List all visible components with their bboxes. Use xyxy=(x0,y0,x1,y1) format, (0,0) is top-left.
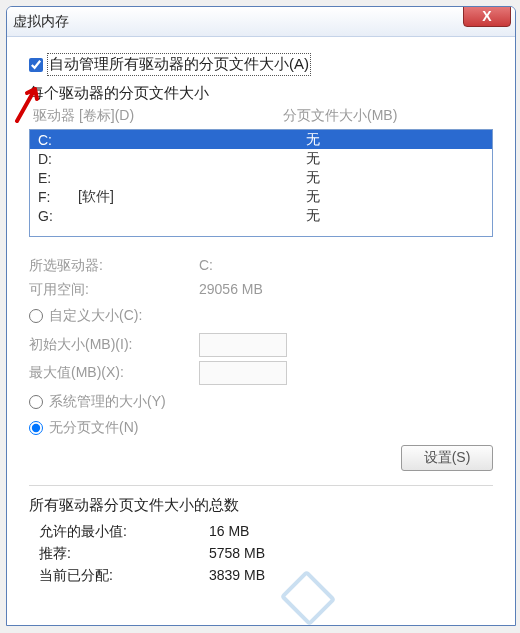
drive-pagefile: 无 xyxy=(306,131,484,149)
totals-title: 所有驱动器分页文件大小的总数 xyxy=(29,496,493,515)
max-size-label: 最大值(MB)(X): xyxy=(29,364,199,382)
list-item[interactable]: F: [软件] 无 xyxy=(30,187,492,206)
list-item[interactable]: D: 无 xyxy=(30,149,492,168)
current-alloc-value: 3839 MB xyxy=(209,567,265,585)
initial-size-row: 初始大小(MB)(I): xyxy=(29,333,493,357)
content-area: 自动管理所有驱动器的分页文件大小(A) 每个驱动器的分页文件大小 驱动器 [卷标… xyxy=(7,37,515,607)
free-space-value: 29056 MB xyxy=(199,281,263,299)
current-alloc-label: 当前已分配: xyxy=(39,567,209,585)
no-pagefile-row: 无分页文件(N) xyxy=(29,419,493,437)
system-managed-row: 系统管理的大小(Y) xyxy=(29,393,493,411)
recommended-row: 推荐: 5758 MB xyxy=(39,545,493,563)
set-button[interactable]: 设置(S) xyxy=(401,445,493,471)
selected-drive-value: C: xyxy=(199,257,213,275)
close-icon: X xyxy=(482,8,491,24)
drive-pagefile: 无 xyxy=(306,188,484,206)
max-size-input[interactable] xyxy=(199,361,287,385)
drive-letter: E: xyxy=(38,170,78,186)
auto-manage-row: 自动管理所有驱动器的分页文件大小(A) xyxy=(29,55,493,74)
drive-listbox[interactable]: C: 无 D: 无 E: 无 F: [软件] 无 G: xyxy=(29,129,493,237)
list-item[interactable]: G: 无 xyxy=(30,206,492,225)
drive-list-header: 驱动器 [卷标](D) 分页文件大小(MB) xyxy=(29,107,493,129)
titlebar: 虚拟内存 X xyxy=(7,7,515,37)
selected-drive-label: 所选驱动器: xyxy=(29,257,199,275)
drive-letter: G: xyxy=(38,208,78,224)
col-page: 分页文件大小(MB) xyxy=(283,107,397,125)
initial-size-label: 初始大小(MB)(I): xyxy=(29,336,199,354)
recommended-label: 推荐: xyxy=(39,545,209,563)
drive-letter: F: xyxy=(38,189,78,205)
auto-manage-label[interactable]: 自动管理所有驱动器的分页文件大小(A) xyxy=(49,55,309,74)
no-pagefile-radio[interactable] xyxy=(29,421,43,435)
drive-pagefile: 无 xyxy=(306,169,484,187)
min-allowed-value: 16 MB xyxy=(209,523,249,541)
auto-manage-checkbox[interactable] xyxy=(29,58,43,72)
free-space-row: 可用空间: 29056 MB xyxy=(29,281,493,299)
system-managed-label: 系统管理的大小(Y) xyxy=(49,393,166,411)
per-drive-title: 每个驱动器的分页文件大小 xyxy=(29,84,493,103)
min-allowed-row: 允许的最小值: 16 MB xyxy=(39,523,493,541)
selected-drive-row: 所选驱动器: C: xyxy=(29,257,493,275)
free-space-label: 可用空间: xyxy=(29,281,199,299)
custom-size-radio[interactable] xyxy=(29,309,43,323)
list-item[interactable]: E: 无 xyxy=(30,168,492,187)
close-button[interactable]: X xyxy=(463,6,511,27)
watermark-icon xyxy=(287,577,507,621)
list-item[interactable]: C: 无 xyxy=(30,130,492,149)
min-allowed-label: 允许的最小值: xyxy=(39,523,209,541)
no-pagefile-label: 无分页文件(N) xyxy=(49,419,138,437)
drive-label: [软件] xyxy=(78,188,306,206)
drive-letter: D: xyxy=(38,151,78,167)
drive-letter: C: xyxy=(38,132,78,148)
virtual-memory-dialog: 虚拟内存 X 自动管理所有驱动器的分页文件大小(A) 每个驱动器的分页文件大小 … xyxy=(6,6,516,626)
set-button-row: 设置(S) xyxy=(29,445,493,471)
system-managed-radio[interactable] xyxy=(29,395,43,409)
max-size-row: 最大值(MB)(X): xyxy=(29,361,493,385)
initial-size-input[interactable] xyxy=(199,333,287,357)
recommended-value: 5758 MB xyxy=(209,545,265,563)
divider xyxy=(29,485,493,486)
custom-size-row: 自定义大小(C): xyxy=(29,307,493,325)
window-title: 虚拟内存 xyxy=(13,13,69,31)
custom-size-label: 自定义大小(C): xyxy=(49,307,142,325)
drive-pagefile: 无 xyxy=(306,150,484,168)
col-drive: 驱动器 [卷标](D) xyxy=(33,107,283,125)
drive-pagefile: 无 xyxy=(306,207,484,225)
